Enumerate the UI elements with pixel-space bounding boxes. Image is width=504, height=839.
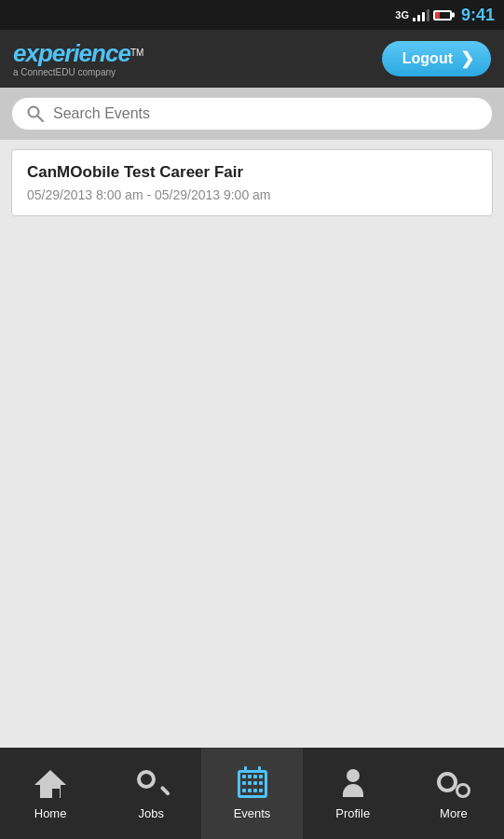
nav-home[interactable]: Home xyxy=(0,748,101,839)
nav-more-label: More xyxy=(440,806,468,820)
more-icon xyxy=(436,766,471,802)
network-type: 3G xyxy=(395,9,409,21)
nav-profile[interactable]: Profile xyxy=(303,748,403,839)
nav-events-label: Events xyxy=(234,806,271,820)
event-title: CanMOobile Test Career Fair xyxy=(27,163,477,182)
signal-bar-2 xyxy=(417,15,420,21)
status-bar: 3G 9:41 xyxy=(0,0,504,30)
signal-bars xyxy=(413,8,429,21)
logout-arrow-icon: ❯ xyxy=(460,48,474,69)
svg-line-1 xyxy=(38,117,44,122)
logo-tm: TM xyxy=(130,47,143,57)
events-icon xyxy=(235,766,270,802)
profile-icon xyxy=(335,766,371,802)
nav-home-label: Home xyxy=(34,806,67,820)
status-time: 9:41 xyxy=(461,6,495,25)
battery-fill xyxy=(435,12,440,19)
logo-area: experienceTM a ConnectEDU company xyxy=(13,41,143,77)
content-area: CanMOobile Test Career Fair 05/29/2013 8… xyxy=(0,140,504,748)
logout-button[interactable]: Logout ❯ xyxy=(382,41,491,76)
search-box xyxy=(11,97,493,131)
nav-more[interactable]: More xyxy=(403,748,504,839)
nav-jobs-label: Jobs xyxy=(139,806,164,820)
signal-bar-3 xyxy=(422,12,425,21)
search-icon xyxy=(27,105,44,122)
event-card[interactable]: CanMOobile Test Career Fair 05/29/2013 8… xyxy=(11,149,493,216)
jobs-icon xyxy=(133,766,169,802)
logo: experienceTM xyxy=(13,41,143,65)
search-container xyxy=(0,88,504,140)
status-icons: 3G 9:41 xyxy=(395,6,495,25)
event-date: 05/29/2013 8:00 am - 05/29/2013 9:00 am xyxy=(27,187,477,202)
battery-icon xyxy=(433,10,452,21)
nav-profile-label: Profile xyxy=(335,806,370,820)
logo-text: experience xyxy=(13,39,130,67)
signal-bar-1 xyxy=(413,18,415,21)
bottom-nav: Home Jobs xyxy=(0,748,504,839)
nav-jobs[interactable]: Jobs xyxy=(101,748,201,839)
header: experienceTM a ConnectEDU company Logout… xyxy=(0,30,504,88)
signal-bar-4 xyxy=(427,9,429,21)
home-icon xyxy=(33,766,68,802)
logo-subtitle: a ConnectEDU company xyxy=(13,67,116,77)
nav-events[interactable]: Events xyxy=(201,748,302,839)
search-input[interactable] xyxy=(53,105,477,122)
logout-label: Logout xyxy=(402,50,453,67)
